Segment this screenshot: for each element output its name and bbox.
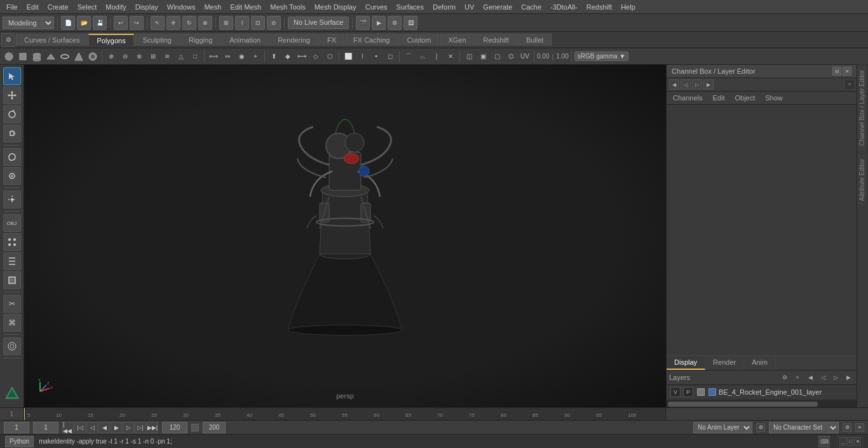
script-mode-btn[interactable]: Python — [5, 436, 34, 447]
menu-surfaces[interactable]: Surfaces — [393, 2, 428, 12]
menu-mesh-display[interactable]: Mesh Display — [311, 2, 360, 12]
menu-generate[interactable]: Generate — [479, 2, 516, 12]
prev-key-btn[interactable]: |◁ — [74, 422, 86, 433]
undo-btn[interactable]: ↩ — [114, 16, 128, 30]
tab-settings-icon[interactable]: ⚙ — [1, 33, 15, 47]
panel-close-btn[interactable]: ✕ — [843, 67, 851, 76]
cb-menu-show[interactable]: Show — [761, 93, 787, 103]
select-vertex-btn[interactable]: • — [370, 50, 383, 63]
append-btn[interactable]: + — [249, 50, 262, 63]
new-scene-btn[interactable]: 📄 — [61, 16, 75, 30]
layer-playback-btn[interactable]: P — [683, 387, 693, 397]
bridge2-btn[interactable]: ⟷ — [295, 50, 308, 63]
tab-polygons[interactable]: Polygons — [88, 34, 133, 46]
cb-menu-channels[interactable]: Channels — [669, 93, 706, 103]
triangulate-btn[interactable]: △ — [175, 50, 187, 63]
disk-btn[interactable] — [86, 50, 99, 63]
snap-view-btn[interactable]: ⊘ — [267, 16, 281, 30]
quadrangulate-btn[interactable]: □ — [189, 50, 201, 63]
move-tool-btn[interactable] — [3, 86, 21, 104]
menu-mesh[interactable]: Mesh — [200, 2, 225, 12]
float-minimize-btn[interactable]: _ — [839, 437, 846, 446]
menu-curves[interactable]: Curves — [362, 2, 391, 12]
menu-3dtall[interactable]: -3DtoAll- — [546, 2, 581, 12]
menu-file[interactable]: File — [3, 2, 22, 12]
panel-float-btn[interactable]: ⊟ — [832, 67, 841, 76]
bevel-btn[interactable]: ◆ — [281, 50, 294, 63]
save-scene-btn[interactable]: 💾 — [93, 16, 107, 30]
edge-mode-btn[interactable] — [3, 252, 21, 270]
menu-display[interactable]: Display — [132, 2, 162, 12]
current-frame-input[interactable] — [4, 422, 29, 433]
rotate-tool-btn[interactable] — [3, 105, 21, 123]
menu-help[interactable]: Help — [617, 2, 639, 12]
menu-modify[interactable]: Modify — [102, 2, 130, 12]
layer-prev2-btn[interactable]: ◁ — [817, 372, 829, 383]
float-restore-btn[interactable]: □ — [847, 437, 854, 446]
viewport[interactable]: View Shading Lighting Show Renderer Pane… — [24, 65, 666, 407]
object-mode-btn[interactable]: OBJ — [3, 214, 21, 232]
script-editor-btn[interactable]: ⌨ — [818, 436, 830, 447]
lasso-select-btn[interactable] — [3, 148, 21, 166]
render-settings-btn[interactable]: ⚙ — [388, 16, 402, 30]
attribute-editor-vtab[interactable]: Attribute Editor — [857, 154, 868, 206]
extract-btn[interactable]: ⊗ — [133, 50, 146, 63]
color-space-display[interactable]: sRGB gamma ▼ — [574, 51, 628, 61]
multi-cut-btn[interactable]: ✂ — [3, 295, 21, 313]
vertex-mode-btn[interactable] — [3, 233, 21, 251]
layer-color-swatch[interactable] — [709, 388, 716, 396]
layer-tab-display[interactable]: Display — [667, 356, 705, 370]
live-surface-btn[interactable]: No Live Surface — [288, 17, 349, 29]
tab-animation[interactable]: Animation — [221, 34, 269, 46]
cb-help-btn[interactable]: ? — [845, 80, 854, 89]
tab-rigging[interactable]: Rigging — [180, 34, 220, 46]
new-layer-btn[interactable]: + — [792, 372, 803, 383]
select-edge-btn[interactable]: ⌇ — [356, 50, 369, 63]
cb-icon-3[interactable]: ▷ — [692, 79, 702, 90]
cb-icon-4[interactable]: ▶ — [703, 79, 714, 90]
go-end-btn[interactable]: ▶▶| — [147, 422, 158, 433]
wedge-btn[interactable]: ⬡ — [323, 50, 336, 63]
combine-btn[interactable]: ⊕ — [105, 50, 118, 63]
layer-next2-btn[interactable]: ▷ — [830, 372, 841, 383]
layer-prev-btn[interactable]: ◀ — [804, 372, 816, 383]
mirror-btn[interactable]: ⟺ — [207, 50, 220, 63]
menu-edit-mesh[interactable]: Edit Mesh — [226, 2, 265, 12]
anim-layer-select[interactable]: No Anim Layer — [693, 422, 752, 433]
character-set-select[interactable]: No Character Set — [769, 422, 839, 433]
select-btn[interactable]: ↖ — [151, 16, 165, 30]
menu-uv[interactable]: UV — [461, 2, 478, 12]
open-scene-btn[interactable]: 📂 — [77, 16, 91, 30]
extrude-btn[interactable]: ⬆ — [268, 50, 280, 63]
tab-curves-surfaces[interactable]: Curves / Surfaces — [16, 34, 88, 46]
layer-tab-render[interactable]: Render — [705, 356, 744, 370]
layer-tab-anim[interactable]: Anim — [744, 356, 776, 370]
go-start-btn[interactable]: |◀◀ — [62, 422, 74, 433]
cb-menu-edit[interactable]: Edit — [709, 93, 728, 103]
menu-redshift[interactable]: Redshift — [583, 2, 616, 12]
next-key-btn[interactable]: ▷| — [135, 422, 146, 433]
sphere-btn[interactable] — [3, 50, 15, 63]
cb-icon-1[interactable]: ◀ — [669, 79, 679, 90]
menu-select[interactable]: Select — [74, 2, 101, 12]
mode-selector[interactable]: Modeling Rigging Animation FX Rendering — [3, 17, 54, 29]
rotate-btn[interactable]: ↻ — [182, 16, 196, 30]
tab-xgen[interactable]: XGen — [440, 34, 474, 46]
snap-point-btn[interactable]: ⊡ — [251, 16, 265, 30]
timeline-ruler[interactable]: 5 10 15 20 25 30 35 40 45 50 55 60 65 70… — [24, 408, 666, 420]
delete-edge-btn[interactable]: ✕ — [444, 50, 457, 63]
fill-hole-btn[interactable]: ◉ — [235, 50, 248, 63]
menu-create[interactable]: Create — [44, 2, 72, 12]
float-close-btn[interactable]: ✕ — [854, 437, 861, 446]
scale-btn[interactable]: ⊕ — [198, 16, 212, 30]
move-btn[interactable]: ✛ — [166, 16, 180, 30]
menu-cache[interactable]: Cache — [517, 2, 545, 12]
step-fwd-btn[interactable]: ▷ — [123, 422, 134, 433]
layer-scrollbar[interactable] — [667, 400, 857, 407]
cube-btn[interactable] — [17, 50, 29, 63]
channel-box-vtab[interactable]: Channel Box / Layer Editor — [857, 65, 868, 151]
cb-icon-2[interactable]: ◁ — [681, 79, 691, 90]
cb-menu-object[interactable]: Object — [731, 93, 759, 103]
select-face-btn[interactable]: ⬜ — [342, 50, 355, 63]
loop-tool-btn[interactable]: ⌒ — [402, 50, 415, 63]
